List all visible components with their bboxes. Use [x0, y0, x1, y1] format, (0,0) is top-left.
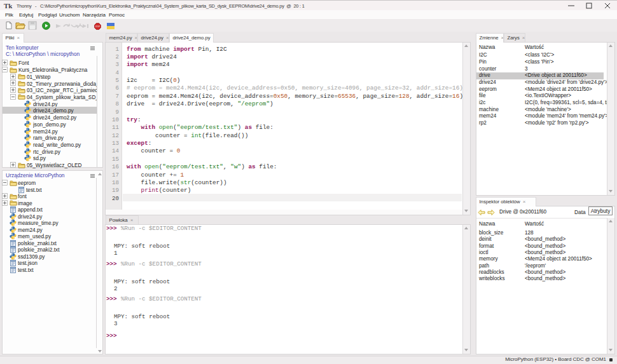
- svg-text:STOP: STOP: [95, 25, 100, 28]
